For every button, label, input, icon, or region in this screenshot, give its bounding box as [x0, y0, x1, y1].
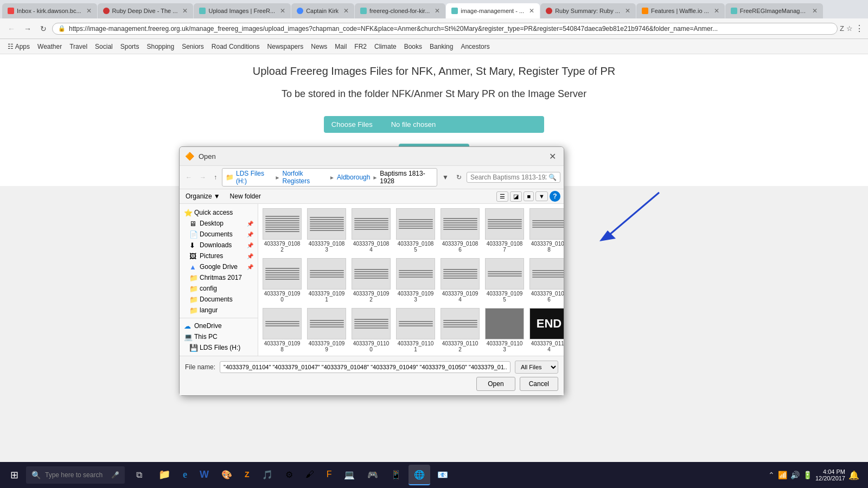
bookmark-travel[interactable]: Travel [66, 42, 91, 52]
sidebar-item-this-pc[interactable]: 💻 This PC [180, 331, 258, 342]
file-item-01087[interactable]: 4033379_01087 [484, 207, 525, 254]
search-input[interactable] [470, 174, 546, 181]
dialog-close-button[interactable]: ✕ [546, 150, 558, 162]
file-item-01103[interactable]: 4033379_01103 [484, 307, 525, 354]
file-item-01088[interactable]: 4033379_01088 [528, 207, 564, 254]
search-box[interactable]: 🔍 [467, 172, 560, 183]
taskbar-app-cmd[interactable]: ⚙ [280, 465, 298, 485]
file-item-01090[interactable]: 4033379_01090 [261, 257, 303, 304]
sidebar-item-lds-files[interactable]: 💾 LDS Files (H:) [180, 342, 258, 353]
file-item-01091[interactable]: 4033379_01091 [306, 257, 347, 304]
dialog-open-button[interactable]: Open [476, 377, 515, 391]
breadcrumb-part-2[interactable]: Norfolk Registers [283, 170, 328, 185]
tab-freereg-cloned[interactable]: freereg-cloned-for-kir... ✕ [355, 3, 445, 18]
bookmark-banking[interactable]: Banking [426, 42, 456, 52]
taskbar-app-explorer[interactable]: 📁 [153, 465, 176, 485]
taskbar-app-chrome[interactable]: 🌐 [409, 465, 430, 485]
refresh-button[interactable]: ↻ [37, 22, 50, 35]
address-bar[interactable]: 🔒 https://image-management.freereg.org.u… [52, 23, 838, 35]
start-button[interactable]: ⊞ [4, 465, 24, 485]
bookmark-road[interactable]: Road Conditions [208, 42, 263, 52]
bookmark-shopping[interactable]: Shopping [143, 42, 177, 52]
taskbar-app-paint2[interactable]: 🖌 [300, 465, 320, 485]
taskbar-clock[interactable]: 4:04 PM 12/20/2017 [815, 468, 845, 481]
file-item-01100[interactable]: 4033379_01100 [350, 307, 392, 354]
taskbar-app-zip[interactable]: Z [239, 465, 255, 485]
file-item-01082[interactable]: 4033379_01082 [261, 207, 303, 254]
bookmark-news[interactable]: News [308, 42, 330, 52]
tab-inbox[interactable]: Inbox - kirk.dawson.bc... ✕ [2, 3, 97, 18]
bookmark-apps[interactable]: ☷ Apps [4, 42, 33, 52]
tab-waffle[interactable]: Features | Waffle.io ... ✕ [636, 3, 725, 18]
taskbar-app-game[interactable]: 🎮 [362, 465, 384, 485]
taskbar-app-winamp[interactable]: 🎵 [257, 465, 278, 485]
sidebar-item-pictures[interactable]: 🖼 Pictures 📌 [180, 251, 258, 261]
tab-captain[interactable]: Captain Kirk ✕ [291, 3, 354, 18]
taskbar-app-edge[interactable]: e [177, 465, 193, 485]
tab-ruby[interactable]: Ruby Deep Dive - The ... ✕ [98, 3, 194, 18]
tab-image-management[interactable]: image-management - ... ✕ [446, 3, 540, 18]
sidebar-item-onedrive[interactable]: ☁ OneDrive [180, 320, 258, 331]
taskbar-app-paint[interactable]: 🎨 [216, 465, 238, 485]
bookmark-fr2[interactable]: FR2 [351, 42, 370, 52]
file-item-01083[interactable]: 4033379_01083 [306, 207, 347, 254]
bookmark-books[interactable]: Books [401, 42, 425, 52]
sidebar-item-google-drive[interactable]: ▲ Google Drive 📌 [180, 261, 258, 272]
dialog-dropdown-button[interactable]: ▼ [439, 172, 451, 183]
filetype-select[interactable]: All Files [515, 361, 558, 374]
taskbar-app-ftp[interactable]: F [321, 465, 337, 485]
taskbar-app-phone[interactable]: 📱 [385, 465, 407, 485]
file-item-01098[interactable]: 4033379_01098 [261, 307, 303, 354]
bookmark-ancestors[interactable]: Ancestors [457, 42, 493, 52]
view-grid-button[interactable]: ◪ [510, 191, 522, 202]
dialog-back-button[interactable]: ← [183, 172, 195, 183]
bookmark-weather[interactable]: Weather [34, 42, 65, 52]
task-view-button[interactable]: ⧉ [129, 465, 149, 485]
bookmark-icon[interactable]: ☆ [846, 24, 853, 33]
tab-freereg-image[interactable]: FreeREGImageManage... ✕ [725, 3, 823, 18]
file-item-01096[interactable]: 4033379_01096 [528, 257, 564, 304]
file-item-01084[interactable]: 4033379_01084 [350, 207, 392, 254]
organize-button[interactable]: Organize ▼ [183, 191, 223, 201]
settings-icon[interactable]: ⋮ [855, 23, 864, 34]
taskbar-notification-icon[interactable]: 🔔 [848, 470, 859, 480]
sidebar-item-documents[interactable]: 📄 Documents 📌 [180, 229, 258, 240]
taskbar-search-area[interactable]: 🔍 Type here to search 🎤 [26, 466, 125, 484]
taskbar-app-email[interactable]: 📧 [432, 465, 454, 485]
bookmark-sports[interactable]: Sports [117, 42, 143, 52]
file-item-01094[interactable]: 4033379_01094 [439, 257, 481, 304]
taskbar-app-term[interactable]: 💻 [339, 465, 360, 485]
sidebar-item-config[interactable]: 📁 config [180, 283, 258, 294]
bookmark-social[interactable]: Social [92, 42, 116, 52]
file-item-01104[interactable]: END 4033379_01104 [528, 307, 564, 354]
bookmark-seniors[interactable]: Seniors [178, 42, 207, 52]
taskbar-app-word[interactable]: W [194, 465, 214, 485]
file-item-01101[interactable]: 4033379_01101 [395, 307, 436, 354]
bookmark-newspapers[interactable]: Newspapers [264, 42, 307, 52]
sidebar-item-documents2[interactable]: 📁 Documents [180, 294, 258, 305]
taskbar-volume-icon[interactable]: 🔊 [790, 471, 800, 479]
new-folder-button[interactable]: New folder [227, 191, 264, 201]
choose-files-button[interactable]: Choose Files [324, 116, 380, 133]
tab-ruby-summary[interactable]: Ruby Summary: Ruby ... ✕ [540, 3, 636, 18]
file-item-01095[interactable]: 4033379_01095 [484, 257, 525, 304]
file-item-01092[interactable]: 4033379_01092 [350, 257, 392, 304]
sidebar-item-quick-access[interactable]: ⭐ Quick access [180, 207, 258, 218]
view-large-button[interactable]: ■ [524, 191, 534, 201]
back-button[interactable]: ← [4, 22, 18, 35]
file-item-01099[interactable]: 4033379_01099 [306, 307, 347, 354]
tab-upload[interactable]: Upload Images | FreeR... ✕ [194, 3, 291, 18]
sidebar-item-desktop[interactable]: 🖥 Desktop 📌 [180, 218, 258, 229]
sidebar-item-chritmas[interactable]: 📁 Chritmas 2017 [180, 272, 258, 283]
help-button[interactable]: ? [550, 191, 560, 202]
dialog-cancel-button[interactable]: Cancel [520, 377, 558, 391]
file-item-01093[interactable]: 4033379_01093 [395, 257, 436, 304]
dialog-up-button[interactable]: ↑ [211, 172, 220, 183]
bookmark-climate[interactable]: Climate [371, 42, 400, 52]
file-item-01085[interactable]: 4033379_01085 [395, 207, 436, 254]
file-item-01086[interactable]: 4033379_01086 [439, 207, 481, 254]
filename-input[interactable] [220, 361, 510, 373]
breadcrumb-part-1[interactable]: LDS Files (H:) [236, 170, 273, 185]
taskbar-up-arrow[interactable]: ⌃ [768, 471, 775, 479]
dialog-forward-button[interactable]: → [197, 172, 209, 183]
